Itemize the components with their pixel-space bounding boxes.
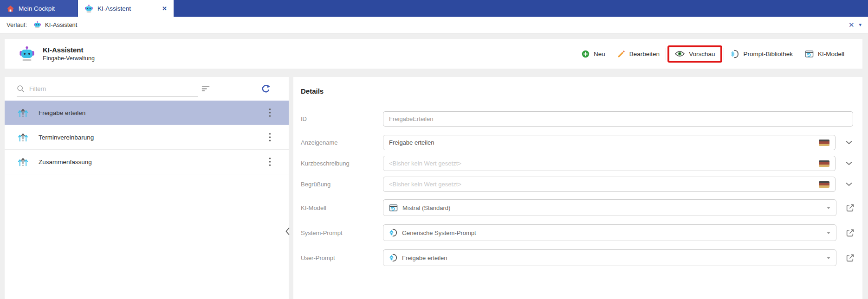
list-item[interactable]: Zusammenfassung — [5, 150, 289, 174]
expand-languages-chevron-icon[interactable] — [846, 182, 852, 186]
plus-circle-icon — [582, 50, 589, 58]
bearbeiten-button[interactable]: Bearbeiten — [611, 50, 666, 58]
begruessung-field[interactable]: <Bisher kein Wert gesetzt> — [383, 177, 836, 192]
robot-icon — [84, 4, 93, 13]
neu-button[interactable]: Neu — [576, 50, 611, 58]
process-arrows-icon — [18, 132, 28, 143]
tab-ki-assistent[interactable]: KI-Assistent ✕ — [78, 0, 174, 17]
sort-button[interactable] — [201, 86, 211, 92]
form-row-system-prompt: System-Prompt Generische System-Prompt — [293, 224, 862, 241]
form-row-id: ID FreigabeErteilen — [293, 111, 862, 127]
ki-modell-value: Mistral (Standard) — [402, 204, 450, 211]
field-label: Anzeigename — [301, 139, 383, 146]
details-panel: Details ID FreigabeErteilen Anzeigename … — [293, 77, 862, 299]
field-label: Begrüßung — [301, 181, 383, 188]
home-icon — [6, 5, 14, 12]
toolbar: Neu Bearbeiten Vorschau Prompt-Bibliothe… — [576, 45, 850, 63]
history-entry-label: KI-Assistent — [45, 21, 77, 28]
vorschau-button[interactable]: Vorschau — [672, 51, 718, 57]
filter-row: Filtern — [5, 77, 289, 101]
pencil-icon — [617, 50, 625, 58]
german-flag-icon — [819, 181, 829, 188]
bearbeiten-label: Bearbeiten — [629, 51, 660, 57]
field-label: User-Prompt — [301, 254, 383, 261]
item-menu-kebab-icon[interactable] — [267, 156, 273, 168]
user-prompt-select[interactable]: Freigabe erteilen — [383, 249, 836, 266]
refresh-icon — [261, 84, 271, 94]
ki-model-window-icon — [389, 204, 398, 212]
list-item[interactable]: Freigabe erteilen — [5, 101, 289, 125]
vorschau-label: Vorschau — [689, 51, 715, 57]
sort-icon — [201, 86, 211, 92]
system-prompt-value: Generische System-Prompt — [402, 229, 476, 236]
prompt-bibliothek-button[interactable]: Prompt-Bibliothek — [724, 50, 799, 58]
filter-placeholder: Filtern — [29, 85, 46, 92]
open-ki-modell-icon[interactable] — [846, 204, 855, 212]
form-row-ki-modell: KI-Modell Mistral (Standard) — [293, 199, 862, 216]
robot-icon — [19, 45, 35, 62]
anzeigename-field[interactable]: Freigabe erteilen — [383, 135, 836, 150]
tab-mein-cockpit[interactable]: Mein Cockpit — [0, 0, 78, 17]
toolbar-divider — [666, 48, 666, 60]
vorschau-highlight-box: Vorschau — [667, 45, 722, 63]
field-label: System-Prompt — [301, 229, 383, 236]
search-icon — [17, 85, 25, 93]
field-label: ID — [301, 115, 383, 122]
tab-label: KI-Assistent — [97, 5, 131, 12]
list-item-label: Terminvereinbarung — [39, 134, 94, 141]
prompt-sparkle-icon — [389, 254, 397, 262]
expand-languages-chevron-icon[interactable] — [846, 161, 852, 165]
page-subtitle: Eingabe-Verwaltung — [43, 55, 95, 62]
id-value: FreigabeErteilen — [389, 115, 433, 122]
kurzbeschreibung-field[interactable]: <Bisher kein Wert gesetzt> — [383, 156, 836, 171]
list-item-label: Freigabe erteilen — [39, 109, 85, 116]
page-title: KI-Assistent — [43, 46, 95, 54]
neu-label: Neu — [594, 51, 605, 57]
field-label: KI-Modell — [301, 204, 383, 211]
list-item[interactable]: Terminvereinbarung — [5, 125, 289, 150]
system-prompt-select[interactable]: Generische System-Prompt — [383, 224, 836, 241]
form-row-kurzbeschreibung: Kurzbeschreibung <Bisher kein Wert geset… — [293, 156, 862, 171]
prompt-bibliothek-label: Prompt-Bibliothek — [743, 51, 793, 57]
german-flag-icon — [819, 160, 829, 167]
item-menu-kebab-icon[interactable] — [267, 107, 273, 119]
dropdown-caret-icon — [827, 232, 830, 234]
field-label: Kurzbeschreibung — [301, 160, 383, 167]
details-title: Details — [301, 87, 862, 95]
history-entry-ki-assistent[interactable]: KI-Assistent — [33, 21, 77, 29]
german-flag-icon — [819, 140, 829, 146]
ki-modell-button[interactable]: KI-Modell — [799, 50, 850, 58]
id-field[interactable]: FreigabeErteilen — [383, 111, 853, 127]
ki-modell-select[interactable]: Mistral (Standard) — [383, 199, 836, 216]
user-prompt-value: Freigabe erteilen — [402, 254, 447, 261]
ki-model-window-icon — [805, 50, 814, 58]
history-caret-icon[interactable]: ▾ — [859, 22, 862, 28]
kurzbeschreibung-placeholder: <Bisher kein Wert gesetzt> — [389, 160, 461, 167]
open-user-prompt-icon[interactable] — [846, 254, 855, 262]
filter-input[interactable]: Filtern — [17, 82, 198, 96]
history-close-icon[interactable]: ✕ — [849, 21, 855, 29]
dropdown-caret-icon — [827, 207, 830, 209]
tab-label: Mein Cockpit — [19, 5, 55, 12]
tab-close-icon[interactable]: ✕ — [162, 5, 167, 12]
collapse-sidebar-chevron-icon[interactable] — [285, 227, 290, 237]
dropdown-caret-icon — [827, 257, 830, 259]
item-menu-kebab-icon[interactable] — [267, 131, 273, 144]
ki-modell-label: KI-Modell — [818, 51, 844, 57]
expand-languages-chevron-icon[interactable] — [846, 140, 852, 145]
history-label: Verlauf: — [6, 21, 27, 28]
header-card: KI-Assistent Eingabe-Verwaltung Neu Bear… — [5, 39, 862, 69]
tab-bar: Mein Cockpit KI-Assistent ✕ — [0, 0, 868, 17]
refresh-button[interactable] — [261, 84, 271, 94]
sidebar: Filtern Freigabe erteilen Terminvereinba… — [5, 77, 289, 299]
prompt-sparkle-icon — [730, 50, 739, 58]
open-system-prompt-icon[interactable] — [846, 229, 855, 237]
begruessung-placeholder: <Bisher kein Wert gesetzt> — [389, 181, 461, 188]
process-arrows-icon — [18, 157, 28, 167]
list-item-label: Zusammenfassung — [39, 159, 92, 165]
prompt-sparkle-icon — [389, 229, 397, 237]
eye-icon — [675, 51, 685, 57]
form-row-anzeigename: Anzeigename Freigabe erteilen — [293, 135, 862, 150]
anzeigename-value: Freigabe erteilen — [389, 139, 434, 146]
form-row-begruessung: Begrüßung <Bisher kein Wert gesetzt> — [293, 177, 862, 192]
